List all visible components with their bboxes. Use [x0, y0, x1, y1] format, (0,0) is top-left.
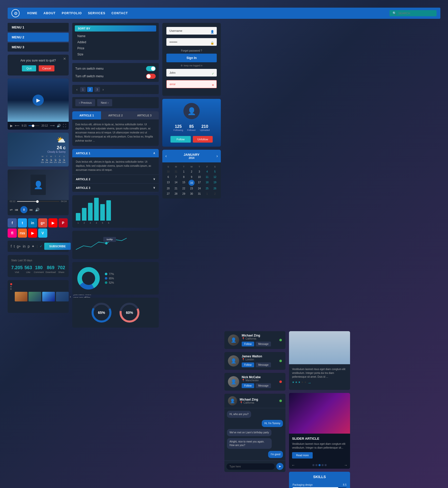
cal-day-13[interactable]: 13 [164, 180, 172, 186]
cal-day-8[interactable]: 8 [180, 174, 188, 180]
toggle-on[interactable] [146, 66, 156, 71]
music-progress-bar[interactable] [17, 201, 60, 202]
cal-day-28[interactable]: 28 [172, 191, 180, 196]
valid-input[interactable] [166, 69, 217, 77]
cancel-button[interactable]: Cancel [39, 65, 54, 71]
forgot-password-link[interactable]: Forget password ? [166, 49, 217, 52]
play-icon[interactable]: ▶ [10, 124, 13, 128]
error-input[interactable] [166, 80, 217, 88]
next-button[interactable]: Next › [97, 99, 112, 106]
cal-day-1[interactable]: 1 [180, 169, 188, 174]
cal-day-11[interactable]: 11 [203, 174, 211, 180]
cal-day-20[interactable]: 20 [164, 186, 172, 191]
previous-button[interactable]: ‹ Previous [75, 99, 95, 106]
prev-icon[interactable]: ⏮ [15, 208, 18, 212]
slide-dot-3[interactable] [319, 464, 321, 466]
cal-day-9[interactable]: 9 [188, 174, 196, 180]
message-button-2[interactable]: Message [256, 362, 271, 367]
slide-dot-1[interactable] [312, 464, 314, 466]
sub-googleplus-icon[interactable]: g+ [17, 244, 21, 248]
accordion-header-1[interactable]: ARTICLE 1 ∧ [72, 149, 159, 157]
cal-day-22[interactable]: 22 [180, 186, 188, 191]
slider-prev-arrow[interactable]: ← [292, 463, 295, 467]
fullscreen-icon[interactable]: ⛶ [63, 124, 66, 128]
nav-logo[interactable]: ⊙ [11, 9, 20, 17]
cal-day-17[interactable]: 17 [195, 180, 203, 186]
slider-next-arrow[interactable]: → [344, 463, 348, 467]
progress-bar[interactable] [28, 125, 39, 126]
close-icon[interactable]: ✕ [63, 57, 66, 61]
sub-star-icon[interactable]: ✦ [32, 244, 35, 248]
cal-day-14[interactable]: 14 [172, 180, 180, 186]
flickr-icon[interactable]: fl [8, 228, 17, 238]
chat-input[interactable] [226, 463, 275, 470]
page-3[interactable]: 3 [94, 87, 100, 92]
vimeo-icon[interactable]: V [38, 228, 47, 238]
cal-day-2[interactable]: 2 [188, 169, 196, 174]
nav-link-portfolio[interactable]: PORTFOLIO [62, 11, 82, 15]
sub-pinterest-icon[interactable]: p [28, 244, 30, 248]
sub-linkedin-icon[interactable]: in [23, 244, 26, 248]
pause-button[interactable]: ⏸ [20, 206, 27, 213]
sub-twitter-icon[interactable]: t [14, 244, 15, 248]
cal-day-3[interactable]: 3 [195, 169, 203, 174]
cal-day-12[interactable]: 12 [211, 174, 219, 180]
sort-price[interactable]: Price [75, 45, 156, 51]
twitter-icon[interactable]: t [18, 218, 27, 227]
sort-name[interactable]: Name [75, 33, 156, 39]
follow-button-2[interactable]: Follow [242, 362, 254, 367]
search-input[interactable] [398, 12, 433, 15]
menu-item-2[interactable]: MENU 2 [8, 33, 69, 42]
cal-day-24[interactable]: 24 [195, 186, 203, 191]
cal-day-16-today[interactable]: 16 [189, 180, 195, 186]
cal-day-25[interactable]: 25 [203, 186, 211, 191]
nav-link-contact[interactable]: CONTACT [111, 11, 128, 15]
article-tab-3[interactable]: ARTICLE 3 [130, 111, 159, 119]
nav-link-home[interactable]: HOME [27, 11, 37, 15]
accordion-header-2[interactable]: ARTICLE 2 ∨ [72, 175, 159, 183]
cal-day-5[interactable]: 5 [211, 169, 219, 174]
follow-button-1[interactable]: Follow [242, 342, 254, 346]
cal-day-15[interactable]: 15 [180, 180, 188, 186]
password-input[interactable] [166, 38, 217, 46]
quit-button[interactable]: Quit [22, 65, 36, 71]
cal-day-23[interactable]: 23 [188, 186, 196, 191]
article-tab-1[interactable]: ARTICLE 1 [72, 111, 101, 119]
follow-button-3[interactable]: Follow [242, 383, 254, 388]
page-next-arrow[interactable]: › [102, 87, 105, 92]
volume-music-icon[interactable]: 🔊 [35, 208, 39, 212]
send-button[interactable]: ➤ [276, 463, 283, 470]
blog-arrow[interactable]: → [307, 381, 311, 385]
cal-next-arrow[interactable]: › [216, 154, 218, 158]
article-tab-2[interactable]: ARTICLE 2 [101, 111, 130, 119]
read-more-button[interactable]: Read more [292, 452, 313, 459]
menu-item-3[interactable]: MENU 3 [8, 43, 69, 52]
accordion-header-3[interactable]: ARTICLE 3 ∨ [72, 184, 159, 192]
page-2[interactable]: 2 [87, 87, 93, 92]
slide-dot-4[interactable] [322, 464, 324, 466]
next-icon[interactable]: ⏭ [30, 208, 33, 212]
cal-prev-arrow[interactable]: ‹ [165, 154, 167, 158]
cal-day-27[interactable]: 27 [164, 191, 172, 196]
subscribe-button[interactable]: SUBSCRIBE [44, 243, 71, 250]
sort-size[interactable]: Size [75, 51, 156, 57]
googleplus-icon[interactable]: g+ [38, 218, 47, 227]
slide-dot-5[interactable] [325, 464, 327, 466]
profile-follow-button[interactable]: Follow [170, 136, 191, 143]
facebook-icon[interactable]: f [8, 218, 17, 227]
cal-day-7[interactable]: 7 [172, 174, 180, 180]
forward-icon[interactable]: ⟶ [50, 124, 55, 128]
sort-added[interactable]: Added [75, 39, 156, 45]
play-button[interactable]: ▶ [33, 95, 44, 106]
cal-day-21[interactable]: 21 [172, 186, 180, 191]
cal-day-1b[interactable]: 1 [203, 191, 211, 196]
nav-link-about[interactable]: ABOUT [44, 11, 56, 15]
youtube2-icon[interactable]: ▶ [28, 228, 37, 238]
rewind-icon[interactable]: ⟵ [15, 124, 20, 128]
cal-day-30[interactable]: 30 [164, 169, 172, 174]
volume-icon[interactable]: 🔊 [57, 124, 61, 128]
toggle-off[interactable] [146, 74, 156, 79]
sub-facebook-icon[interactable]: f [11, 244, 12, 248]
cal-day-2b[interactable]: 2 [211, 191, 219, 196]
cal-day-19[interactable]: 19 [211, 180, 219, 186]
